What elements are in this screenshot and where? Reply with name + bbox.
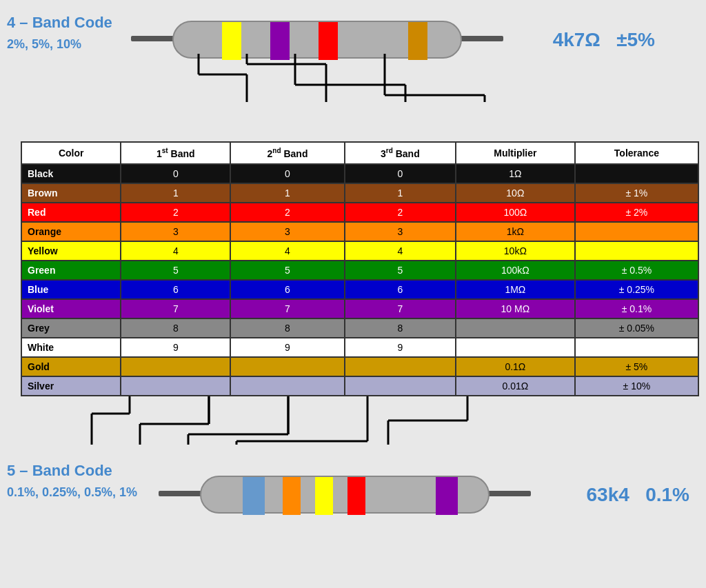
cell-mult: [456, 318, 575, 338]
cell-color: Gold: [21, 357, 121, 376]
col-band2: 2nd Band: [230, 142, 345, 164]
cell-tol: ± 5%: [575, 357, 698, 376]
5band-tol-text: 0.1%: [645, 484, 689, 505]
table-row: Grey 8 8 8 ± 0.05%: [21, 318, 698, 338]
4band-value: 4k7Ω ±5%: [553, 29, 655, 51]
cell-mult: 0.01Ω: [456, 376, 575, 396]
color-table: Color 1st Band 2nd Band 3rd Band Multipl…: [21, 141, 699, 396]
cell-b1: 7: [121, 299, 230, 318]
cell-color: Brown: [21, 183, 121, 203]
top-connectors: [131, 54, 552, 116]
4band-title: 4 – Band Code: [7, 14, 117, 32]
cell-b3: [345, 376, 456, 396]
col-band3: 3rd Band: [345, 142, 456, 164]
cell-b3: 0: [345, 164, 456, 183]
4band-tol-text: ±5%: [616, 29, 655, 50]
cell-b3: 7: [345, 299, 456, 318]
cell-mult: 1MΩ: [456, 280, 575, 299]
cell-color: Violet: [21, 299, 121, 318]
cell-b2: 5: [230, 261, 345, 280]
cell-b1: 3: [121, 222, 230, 241]
cell-b1: [121, 376, 230, 396]
cell-mult: 1kΩ: [456, 222, 575, 241]
top-left-labels: 4 – Band Code 2%, 5%, 10%: [7, 7, 117, 52]
band-5b2: [283, 477, 301, 515]
table-row: Silver 0.01Ω ± 10%: [21, 376, 698, 396]
lead-right-5band: [486, 491, 531, 496]
5band-value: 63k4 0.1%: [587, 484, 689, 506]
col-band1: 1st Band: [121, 142, 230, 164]
lead-left-5band: [159, 491, 203, 496]
bottom-connectors: [14, 396, 692, 452]
cell-color: Orange: [21, 222, 121, 241]
cell-b3: 1: [345, 183, 456, 203]
4band-value-text: 4k7Ω: [553, 29, 601, 50]
cell-b3: 9: [345, 338, 456, 357]
cell-b2: [230, 376, 345, 396]
cell-b2: [230, 357, 345, 376]
cell-b3: 8: [345, 318, 456, 338]
cell-b2: 7: [230, 299, 345, 318]
col-tolerance: Tolerance: [575, 142, 698, 164]
cell-b3: 2: [345, 203, 456, 222]
cell-color: Blue: [21, 280, 121, 299]
cell-b3: 4: [345, 241, 456, 261]
resistor-body-5band: [200, 476, 490, 514]
cell-b2: 1: [230, 183, 345, 203]
band-5b3: [315, 477, 333, 515]
cell-mult: 10kΩ: [456, 241, 575, 261]
cell-b1: 6: [121, 280, 230, 299]
cell-b1: 2: [121, 203, 230, 222]
lead-left-4band: [131, 36, 176, 41]
5band-value-text: 63k4: [587, 484, 629, 505]
4band-tolerance-label: 2%, 5%, 10%: [7, 37, 117, 52]
cell-color: Grey: [21, 318, 121, 338]
cell-b2: 2: [230, 203, 345, 222]
cell-b2: 9: [230, 338, 345, 357]
top-section: 4 – Band Code 2%, 5%, 10% 4k7Ω ±5%: [7, 7, 699, 138]
cell-mult: 1Ω: [456, 164, 575, 183]
cell-tol: ± 0.5%: [575, 261, 698, 280]
cell-tol: [575, 338, 698, 357]
cell-color: Black: [21, 164, 121, 183]
cell-color: Green: [21, 261, 121, 280]
cell-mult: 100Ω: [456, 203, 575, 222]
cell-b3: [345, 357, 456, 376]
cell-tol: ± 1%: [575, 183, 698, 203]
cell-tol: ± 0.05%: [575, 318, 698, 338]
cell-b2: 3: [230, 222, 345, 241]
bottom-section: 5 – Band Code 0.1%, 0.25%, 0.5%, 1% 63k4…: [7, 455, 699, 586]
resistor-5band: 63k4 0.1%: [159, 469, 531, 524]
cell-b2: 8: [230, 318, 345, 338]
cell-mult: 10 MΩ: [456, 299, 575, 318]
band-5b1: [243, 477, 265, 515]
table-row: Red 2 2 2 100Ω ± 2%: [21, 203, 698, 222]
cell-tol: ± 0.25%: [575, 280, 698, 299]
table-row: Gold 0.1Ω ± 5%: [21, 357, 698, 376]
bottom-connectors-area: [14, 396, 692, 452]
cell-color: Yellow: [21, 241, 121, 261]
cell-b1: [121, 357, 230, 376]
table-row: Blue 6 6 6 1MΩ ± 0.25%: [21, 280, 698, 299]
table-row: White 9 9 9: [21, 338, 698, 357]
table-row: Black 0 0 0 1Ω: [21, 164, 698, 183]
cell-tol: [575, 241, 698, 261]
band-5b4: [347, 477, 365, 515]
band-5b5: [436, 477, 458, 515]
cell-b2: 4: [230, 241, 345, 261]
cell-b2: 6: [230, 280, 345, 299]
cell-b1: 1: [121, 183, 230, 203]
lead-right-4band: [458, 36, 503, 41]
cell-b1: 8: [121, 318, 230, 338]
cell-b1: 5: [121, 261, 230, 280]
cell-b3: 6: [345, 280, 456, 299]
cell-b3: 3: [345, 222, 456, 241]
cell-b1: 4: [121, 241, 230, 261]
table-row: Orange 3 3 3 1kΩ: [21, 222, 698, 241]
cell-b2: 0: [230, 164, 345, 183]
bottom-left-labels: 5 – Band Code 0.1%, 0.25%, 0.5%, 1%: [7, 455, 145, 500]
cell-mult: 0.1Ω: [456, 357, 575, 376]
resistor-body-4band: [172, 21, 462, 59]
5band-title: 5 – Band Code: [7, 462, 145, 480]
col-color: Color: [21, 142, 121, 164]
